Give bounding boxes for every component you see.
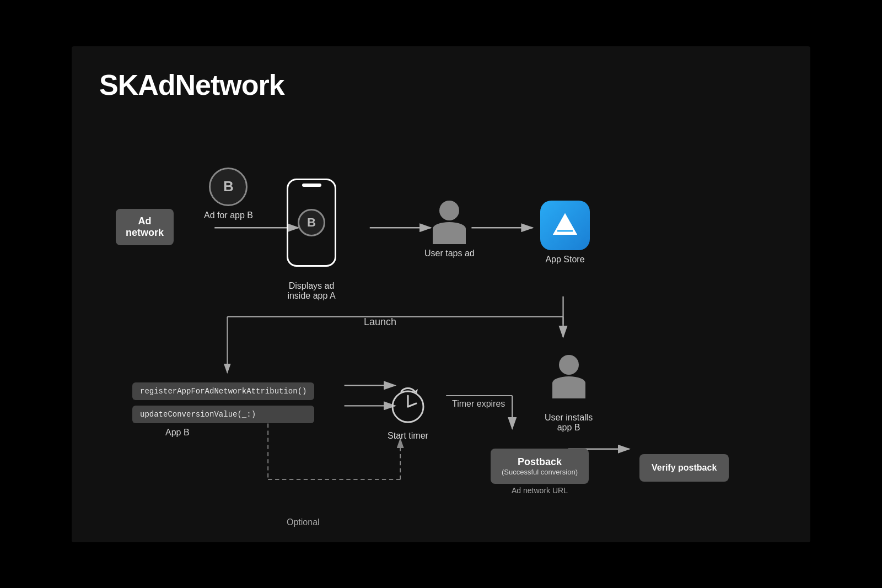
verify-postback-node: Verify postback	[639, 454, 729, 482]
phone-label: Displays ad inside app A	[287, 271, 335, 301]
timer-label: Start timer	[388, 431, 428, 441]
ad-network-url-label: Ad network URL	[512, 486, 568, 495]
person-head	[439, 201, 459, 220]
phone-node: B Displays ad inside app A	[287, 179, 336, 301]
postback-title: Postback	[502, 456, 578, 468]
svg-line-21	[408, 403, 416, 407]
postback-node: Postback (Successful conversion) Ad netw…	[491, 449, 589, 495]
phone-app-b-circle: B	[298, 209, 325, 236]
user-installs-label: User installs app B	[545, 403, 593, 433]
user-taps-label: User taps ad	[424, 249, 475, 258]
phone-icon: B	[287, 179, 336, 267]
ad-network-node: Ad network	[116, 209, 174, 245]
ad-for-b-label: Ad for app B	[204, 211, 253, 220]
user-taps-icon	[433, 201, 466, 244]
app-b-label: App B	[165, 428, 190, 438]
app-b-code-node: registerAppForAdNetworkAttribution() upd…	[132, 382, 314, 438]
app-store-label: App Store	[545, 255, 584, 265]
circle-b-icon: B	[209, 168, 248, 206]
update-func-code: updateConversionValue(_:)	[132, 406, 314, 423]
postback-sub: (Successful conversion)	[502, 468, 578, 476]
timer-expires-label: Timer expires	[452, 399, 505, 409]
person-body	[433, 222, 466, 244]
user-installs-node: User installs app B	[545, 355, 593, 433]
timer-icon	[386, 382, 430, 427]
optional-label: Optional	[287, 517, 320, 527]
timer-node: Start timer	[386, 382, 430, 441]
user-installs-icon	[552, 355, 585, 398]
ad-for-app-b-node: B Ad for app B	[204, 168, 253, 220]
page-title: SKAdNetwork	[99, 68, 783, 101]
phone-notch	[302, 184, 321, 187]
ad-network-box: Ad network	[116, 209, 174, 245]
person-head-2	[559, 355, 579, 375]
app-store-node: App Store	[540, 201, 590, 265]
user-taps-node: User taps ad	[424, 201, 475, 258]
app-store-logo	[548, 209, 582, 242]
register-func-code: registerAppForAdNetworkAttribution()	[132, 382, 314, 400]
launch-label: Launch	[364, 316, 396, 328]
person-body-2	[552, 376, 585, 398]
app-store-icon	[540, 201, 590, 250]
code-container: registerAppForAdNetworkAttribution() upd…	[132, 382, 314, 423]
postback-box: Postback (Successful conversion)	[491, 449, 589, 484]
verify-postback-box: Verify postback	[639, 454, 729, 482]
